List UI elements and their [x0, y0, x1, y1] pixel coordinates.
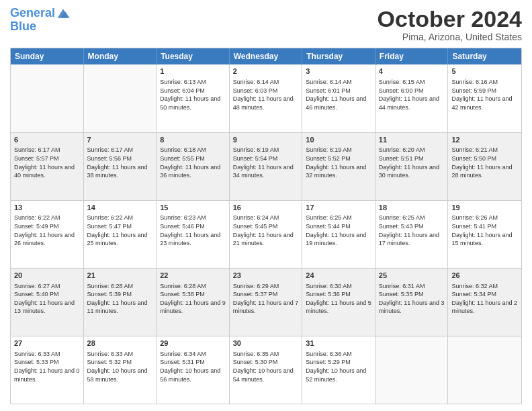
day-number: 26 [451, 271, 518, 281]
cal-cell: 27Sunrise: 6:33 AMSunset: 5:33 PMDayligh… [11, 336, 84, 404]
cell-info: Sunrise: 6:27 AMSunset: 5:40 PMDaylight:… [14, 282, 80, 316]
day-number: 11 [379, 135, 445, 145]
day-number: 24 [306, 271, 371, 281]
header: General Blue October 2024 Pima, Arizona,… [10, 7, 522, 42]
day-number: 9 [233, 135, 299, 145]
cal-cell: 3Sunrise: 6:14 AMSunset: 6:01 PMDaylight… [302, 64, 375, 132]
cal-cell: 15Sunrise: 6:23 AMSunset: 5:46 PMDayligh… [157, 201, 230, 268]
cal-cell: 2Sunrise: 6:14 AMSunset: 6:03 PMDaylight… [230, 64, 303, 132]
week-row-5: 27Sunrise: 6:33 AMSunset: 5:33 PMDayligh… [11, 336, 521, 404]
cell-info: Sunrise: 6:25 AMSunset: 5:43 PMDaylight:… [379, 214, 445, 247]
day-number: 22 [160, 271, 226, 281]
cell-info: Sunrise: 6:14 AMSunset: 6:01 PMDaylight:… [306, 78, 371, 111]
title-block: October 2024 Pima, Arizona, United State… [378, 7, 522, 42]
cal-cell: 12Sunrise: 6:21 AMSunset: 5:50 PMDayligh… [448, 133, 521, 200]
week-row-2: 6Sunrise: 6:17 AMSunset: 5:57 PMDaylight… [11, 132, 521, 200]
cal-cell: 19Sunrise: 6:26 AMSunset: 5:41 PMDayligh… [448, 201, 521, 268]
day-number: 12 [451, 135, 518, 145]
location: Pima, Arizona, United States [378, 32, 522, 42]
page: General Blue October 2024 Pima, Arizona,… [0, 0, 532, 411]
cal-cell: 20Sunrise: 6:27 AMSunset: 5:40 PMDayligh… [11, 269, 84, 336]
cal-cell: 28Sunrise: 6:33 AMSunset: 5:32 PMDayligh… [84, 336, 157, 404]
day-number: 19 [451, 203, 518, 213]
day-number: 23 [233, 271, 299, 281]
cell-info: Sunrise: 6:22 AMSunset: 5:49 PMDaylight:… [14, 214, 80, 247]
cell-info: Sunrise: 6:16 AMSunset: 5:59 PMDaylight:… [451, 78, 518, 111]
week-row-4: 20Sunrise: 6:27 AMSunset: 5:40 PMDayligh… [11, 268, 521, 336]
day-number: 15 [160, 203, 226, 213]
day-number: 29 [160, 338, 226, 349]
cal-cell: 30Sunrise: 6:35 AMSunset: 5:30 PMDayligh… [230, 336, 303, 404]
cal-cell: 4Sunrise: 6:15 AMSunset: 6:00 PMDaylight… [375, 64, 449, 132]
day-number: 14 [87, 203, 153, 213]
cal-cell: 23Sunrise: 6:29 AMSunset: 5:37 PMDayligh… [230, 269, 303, 336]
day-number: 25 [379, 271, 445, 281]
logo-icon [56, 7, 70, 20]
header-cell-monday: Monday [84, 48, 157, 64]
cell-info: Sunrise: 6:25 AMSunset: 5:44 PMDaylight:… [306, 214, 371, 247]
day-number: 21 [87, 271, 153, 281]
day-number: 28 [87, 338, 153, 349]
cell-info: Sunrise: 6:22 AMSunset: 5:47 PMDaylight:… [87, 214, 153, 247]
day-number: 31 [306, 338, 371, 349]
cell-info: Sunrise: 6:35 AMSunset: 5:30 PMDaylight:… [233, 350, 299, 383]
day-number: 16 [233, 203, 299, 213]
cell-info: Sunrise: 6:15 AMSunset: 6:00 PMDaylight:… [379, 78, 445, 111]
cal-cell: 24Sunrise: 6:30 AMSunset: 5:36 PMDayligh… [302, 269, 375, 336]
cal-cell: 22Sunrise: 6:28 AMSunset: 5:38 PMDayligh… [157, 269, 230, 336]
cell-info: Sunrise: 6:23 AMSunset: 5:46 PMDaylight:… [160, 214, 226, 247]
cell-info: Sunrise: 6:28 AMSunset: 5:39 PMDaylight:… [87, 282, 153, 316]
cell-info: Sunrise: 6:26 AMSunset: 5:41 PMDaylight:… [451, 214, 518, 247]
cell-info: Sunrise: 6:19 AMSunset: 5:52 PMDaylight:… [306, 146, 371, 179]
cal-cell: 26Sunrise: 6:32 AMSunset: 5:34 PMDayligh… [448, 269, 521, 336]
cal-cell: 14Sunrise: 6:22 AMSunset: 5:47 PMDayligh… [84, 201, 157, 268]
cell-info: Sunrise: 6:36 AMSunset: 5:29 PMDaylight:… [306, 350, 371, 383]
week-row-1: 1Sunrise: 6:13 AMSunset: 6:04 PMDaylight… [11, 64, 521, 132]
cell-info: Sunrise: 6:28 AMSunset: 5:38 PMDaylight:… [160, 282, 226, 316]
header-cell-friday: Friday [375, 48, 449, 64]
day-number: 4 [379, 66, 445, 77]
cell-info: Sunrise: 6:31 AMSunset: 5:35 PMDaylight:… [379, 282, 445, 316]
cell-info: Sunrise: 6:13 AMSunset: 6:04 PMDaylight:… [160, 78, 226, 111]
cal-cell: 16Sunrise: 6:24 AMSunset: 5:45 PMDayligh… [230, 201, 303, 268]
calendar-header: SundayMondayTuesdayWednesdayThursdayFrid… [11, 48, 521, 64]
header-cell-thursday: Thursday [302, 48, 375, 64]
cell-info: Sunrise: 6:17 AMSunset: 5:57 PMDaylight:… [14, 146, 80, 179]
logo-text2: Blue [10, 20, 70, 34]
day-number: 13 [14, 203, 80, 213]
cell-info: Sunrise: 6:30 AMSunset: 5:36 PMDaylight:… [306, 282, 371, 316]
cal-cell: 10Sunrise: 6:19 AMSunset: 5:52 PMDayligh… [302, 133, 375, 200]
header-cell-tuesday: Tuesday [157, 48, 230, 64]
day-number: 5 [451, 66, 518, 77]
cal-cell: 18Sunrise: 6:25 AMSunset: 5:43 PMDayligh… [375, 201, 449, 268]
logo-text: General [10, 7, 55, 20]
day-number: 1 [160, 66, 226, 77]
logo: General Blue [10, 7, 70, 34]
day-number: 17 [306, 203, 371, 213]
month-title: October 2024 [378, 7, 522, 32]
cal-cell [375, 336, 449, 404]
cal-cell: 31Sunrise: 6:36 AMSunset: 5:29 PMDayligh… [302, 336, 375, 404]
cal-cell: 8Sunrise: 6:18 AMSunset: 5:55 PMDaylight… [157, 133, 230, 200]
day-number: 10 [306, 135, 371, 145]
day-number: 2 [233, 66, 299, 77]
cal-cell: 6Sunrise: 6:17 AMSunset: 5:57 PMDaylight… [11, 133, 84, 200]
cal-cell: 5Sunrise: 6:16 AMSunset: 5:59 PMDaylight… [448, 64, 521, 132]
cell-info: Sunrise: 6:17 AMSunset: 5:56 PMDaylight:… [87, 146, 153, 179]
cal-cell [84, 64, 157, 132]
cal-cell: 13Sunrise: 6:22 AMSunset: 5:49 PMDayligh… [11, 201, 84, 268]
cal-cell: 11Sunrise: 6:20 AMSunset: 5:51 PMDayligh… [375, 133, 449, 200]
cal-cell: 17Sunrise: 6:25 AMSunset: 5:44 PMDayligh… [302, 201, 375, 268]
cell-info: Sunrise: 6:32 AMSunset: 5:34 PMDaylight:… [451, 282, 518, 316]
cell-info: Sunrise: 6:21 AMSunset: 5:50 PMDaylight:… [451, 146, 518, 179]
cal-cell: 9Sunrise: 6:19 AMSunset: 5:54 PMDaylight… [230, 133, 303, 200]
cell-info: Sunrise: 6:19 AMSunset: 5:54 PMDaylight:… [233, 146, 299, 179]
header-cell-wednesday: Wednesday [230, 48, 303, 64]
cal-cell: 1Sunrise: 6:13 AMSunset: 6:04 PMDaylight… [157, 64, 230, 132]
day-number: 30 [233, 338, 299, 349]
header-cell-saturday: Saturday [448, 48, 521, 64]
cal-cell [11, 64, 84, 132]
cell-info: Sunrise: 6:20 AMSunset: 5:51 PMDaylight:… [379, 146, 445, 179]
week-row-3: 13Sunrise: 6:22 AMSunset: 5:49 PMDayligh… [11, 200, 521, 268]
cell-info: Sunrise: 6:29 AMSunset: 5:37 PMDaylight:… [233, 282, 299, 316]
